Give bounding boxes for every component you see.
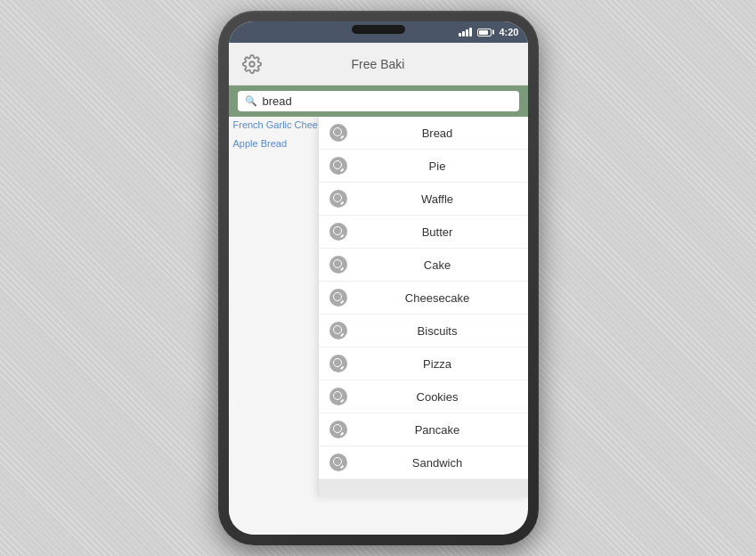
signal-bar-2 [462, 31, 465, 37]
dropdown-item-pie[interactable]: Pie [319, 150, 528, 183]
search-icon-pancake [329, 421, 347, 438]
gear-icon [242, 54, 262, 74]
battery-fill [479, 30, 488, 35]
search-icon-sandwich [329, 454, 347, 471]
dropdown-item-cheesecake[interactable]: Cheesecake [319, 282, 528, 315]
signal-icon [459, 28, 472, 37]
search-icon-pie [329, 157, 347, 175]
dropdown-label-pie: Pie [358, 159, 517, 173]
status-time: 4:20 [499, 27, 518, 37]
dropdown-label-pizza: Pizza [358, 357, 517, 371]
search-icon-bread [329, 124, 347, 142]
dropdown-item-pizza[interactable]: Pizza [319, 348, 528, 380]
search-icon-cookies [329, 388, 347, 405]
battery-icon [477, 29, 492, 37]
search-icon-cake [329, 256, 347, 274]
app-title: Free Baki [266, 57, 491, 71]
search-icon: 🔍 [245, 95, 257, 107]
dropdown-label-sandwich: Sandwich [358, 456, 517, 470]
search-icon-cheesecake [329, 289, 347, 307]
signal-bar-3 [466, 29, 468, 37]
search-icon-biscuits [329, 322, 347, 339]
dropdown-label-butter: Butter [358, 225, 517, 239]
dropdown-label-cheesecake: Cheesecake [358, 291, 517, 305]
app-header: Free Baki [229, 43, 528, 86]
dropdown-item-cookies[interactable]: Cookies [319, 380, 528, 413]
dropdown-bottom-gray [319, 479, 528, 497]
search-bar: 🔍 bread [229, 86, 528, 117]
dropdown-item-cake[interactable]: Cake [319, 249, 528, 282]
search-icon-waffle [329, 190, 347, 208]
search-icon-butter [329, 223, 347, 241]
phone-screen: 4:20 Free Baki 🔍 bread [229, 21, 528, 535]
phone-notch [352, 25, 405, 34]
dropdown-item-sandwich[interactable]: Sandwich [319, 446, 528, 479]
dropdown-item-biscuits[interactable]: Biscuits [319, 315, 528, 348]
dropdown-label-biscuits: Biscuits [358, 324, 517, 338]
search-input-wrapper[interactable]: 🔍 bread [238, 91, 519, 111]
search-dropdown: BreadPieWaffleButterCakeCheesecakeBiscui… [318, 117, 528, 497]
dropdown-item-bread[interactable]: Bread [319, 117, 528, 150]
search-icon-pizza [329, 355, 347, 372]
dropdown-label-pancake: Pancake [358, 423, 517, 437]
dropdown-item-butter[interactable]: Butter [319, 216, 528, 249]
settings-button[interactable] [238, 50, 266, 78]
dropdown-label-cake: Cake [358, 258, 517, 272]
signal-bar-4 [469, 28, 472, 37]
dropdown-label-cookies: Cookies [358, 390, 517, 404]
svg-point-0 [249, 61, 255, 67]
dropdown-item-waffle[interactable]: Waffle [319, 183, 528, 216]
signal-bar-1 [459, 33, 461, 37]
search-input[interactable]: bread [263, 94, 292, 108]
dropdown-label-waffle: Waffle [358, 192, 517, 206]
content-area: French Garlic Cheese Apple Bread BreadPi… [229, 117, 528, 535]
dropdown-item-pancake[interactable]: Pancake [319, 413, 528, 446]
phone-device: 4:20 Free Baki 🔍 bread [218, 11, 539, 545]
dropdown-label-bread: Bread [358, 127, 517, 140]
